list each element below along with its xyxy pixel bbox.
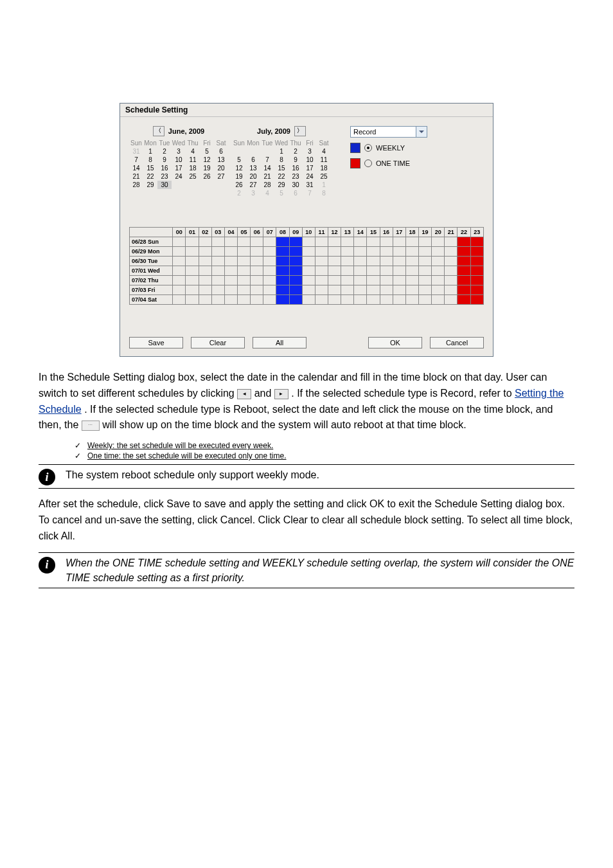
calendar-june-grid[interactable]: SunMonTueWedThuFriSat3112345678910111213…	[129, 139, 228, 189]
weekly-swatch	[350, 143, 360, 153]
calendar-july-grid[interactable]: SunMonTueWedThuFriSat1234567891011121314…	[232, 139, 331, 197]
chevron-down-icon	[419, 131, 424, 133]
schedule-type-combo[interactable]: Record	[350, 126, 427, 138]
list-item-onetime: One time: the set schedule will be execu…	[90, 451, 574, 460]
legend-area: Record WEEKLY ONE TIME	[350, 125, 427, 197]
dialog-button-row: Save Clear All OK Cancel	[120, 305, 493, 356]
clear-button[interactable]: Clear	[191, 337, 245, 348]
note-2-text: When the ONE TIME schedule setting and W…	[66, 556, 574, 585]
inline-reboot-icon: ⋯	[82, 420, 100, 431]
paragraph-1: In the Schedule Setting dialog box, sele…	[39, 370, 574, 433]
combo-dropdown-button[interactable]	[416, 126, 427, 138]
paragraph-2: After set the schedule, click Save to sa…	[39, 496, 574, 544]
calendar-july: July, 2009 〉 SunMonTueWedThuFriSat123456…	[232, 125, 331, 197]
divider	[39, 552, 574, 553]
divider	[39, 464, 574, 465]
divider	[39, 488, 574, 489]
inline-prev-icon: ◂	[237, 389, 251, 399]
month-label-left: June, 2009	[168, 127, 204, 135]
combo-value: Record	[350, 126, 416, 138]
all-button[interactable]: All	[253, 337, 306, 348]
info-note-1: i The system reboot schedule only suppor…	[39, 467, 574, 485]
onetime-swatch	[350, 158, 360, 168]
weekly-label: WEEKLY	[376, 144, 405, 152]
divider	[39, 588, 574, 588]
schedule-setting-dialog: Schedule Setting 〈 June, 2009 SunMonTueW…	[120, 103, 493, 357]
list-item-weekly: Weekly: the set schedule will be execute…	[90, 441, 574, 450]
note-1-text: The system reboot schedule only support …	[66, 467, 319, 482]
onetime-label: ONE TIME	[376, 159, 410, 167]
onetime-radio[interactable]	[364, 159, 372, 167]
save-button[interactable]: Save	[129, 337, 183, 348]
calendar-area: 〈 June, 2009 SunMonTueWedThuFriSat311234…	[129, 125, 331, 197]
cancel-button[interactable]: Cancel	[430, 337, 484, 348]
info-icon: i	[39, 557, 55, 574]
prev-month-button[interactable]: 〈	[153, 126, 164, 136]
mode-list: Weekly: the set schedule will be execute…	[90, 441, 574, 460]
calendar-june: 〈 June, 2009 SunMonTueWedThuFriSat311234…	[129, 125, 228, 197]
weekly-radio[interactable]	[364, 144, 372, 152]
info-note-2: i When the ONE TIME schedule setting and…	[39, 556, 574, 585]
inline-next-icon: ▸	[274, 389, 289, 399]
dialog-title: Schedule Setting	[120, 104, 493, 117]
month-label-right: July, 2009	[257, 127, 290, 135]
ok-button[interactable]: OK	[368, 337, 422, 348]
next-month-button[interactable]: 〉	[294, 126, 306, 136]
info-icon: i	[39, 469, 55, 485]
schedule-grid[interactable]: 0001020304050607080910111213141516171819…	[129, 227, 484, 305]
